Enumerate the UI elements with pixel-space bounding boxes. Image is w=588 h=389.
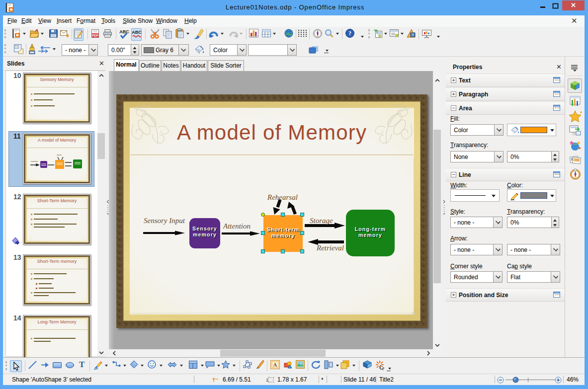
svg-text:1: 1 [266,378,268,383]
svg-text:ABC: ABC [119,29,129,34]
svg-text:ABC: ABC [132,30,142,35]
svg-text:A: A [273,362,277,368]
svg-text:PDF: PDF [92,34,98,37]
svg-text:?: ? [348,30,351,37]
